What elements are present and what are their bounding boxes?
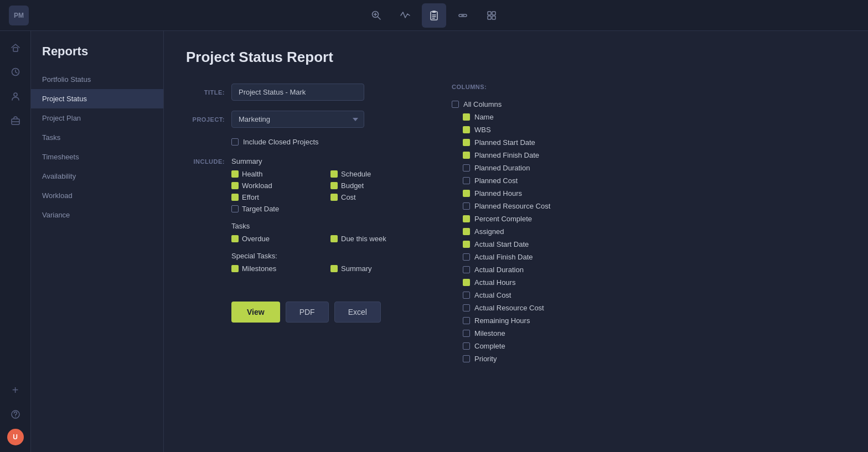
all-columns-checkbox[interactable]	[452, 101, 459, 108]
col-planned-hours: Planned Hours	[452, 187, 841, 200]
planned-cost-checkbox[interactable]	[463, 177, 470, 184]
include-cost: Cost	[330, 193, 418, 201]
title-label: TITLE:	[186, 89, 225, 96]
target-date-checkbox[interactable]	[231, 205, 239, 212]
actual-hours-checkbox[interactable]	[463, 279, 470, 286]
priority-checkbox[interactable]	[463, 355, 470, 362]
workload-checkbox[interactable]	[231, 182, 239, 189]
include-milestones: Milestones	[231, 264, 319, 273]
actual-duration-checkbox[interactable]	[463, 266, 470, 273]
help-icon[interactable]	[6, 404, 25, 424]
col-actual-duration: Actual Duration	[452, 263, 841, 276]
actual-finish-date-checkbox[interactable]	[463, 253, 470, 261]
include-overdue: Overdue	[231, 235, 319, 243]
schedule-checkbox[interactable]	[330, 170, 338, 178]
sidebar-item-portfolio-status[interactable]: Portfolio Status	[31, 70, 163, 89]
cost-checkbox[interactable]	[330, 194, 338, 201]
include-section: INCLUDE: Summary Health	[186, 157, 418, 282]
health-checkbox[interactable]	[231, 170, 239, 178]
planned-finish-date-checkbox[interactable]	[463, 152, 470, 159]
link-icon[interactable]	[451, 3, 475, 28]
col-priority: Priority	[452, 352, 841, 365]
effort-checkbox[interactable]	[231, 194, 239, 201]
project-select[interactable]: Marketing Development Design Operations	[231, 111, 364, 128]
col-planned-duration: Planned Duration	[452, 162, 841, 174]
sidebar-item-project-plan[interactable]: Project Plan	[31, 108, 163, 128]
clipboard-icon[interactable]	[422, 3, 446, 28]
col-planned-start-date: Planned Start Date	[452, 136, 841, 149]
view-button[interactable]: View	[231, 302, 280, 323]
form-section: TITLE: PROJECT: Marketing Development De…	[186, 84, 846, 365]
svg-rect-11	[492, 16, 495, 19]
excel-button[interactable]: Excel	[334, 302, 381, 323]
include-due-this-week: Due this week	[330, 235, 418, 243]
project-row: PROJECT: Marketing Development Design Op…	[186, 111, 418, 128]
col-actual-hours: Actual Hours	[452, 276, 841, 289]
col-actual-start-date: Actual Start Date	[452, 238, 841, 251]
remaining-hours-checkbox[interactable]	[463, 317, 470, 324]
assigned-checkbox[interactable]	[463, 228, 470, 235]
milestones-checkbox[interactable]	[231, 265, 239, 272]
user-avatar[interactable]: U	[7, 429, 24, 445]
layout-icon[interactable]	[479, 3, 504, 28]
clock-icon[interactable]	[6, 62, 25, 82]
form-left: TITLE: PROJECT: Marketing Development De…	[186, 84, 418, 323]
sidebar: Reports Portfolio Status Project Status …	[31, 31, 164, 452]
special-tasks-section-title: Special Tasks:	[231, 252, 418, 260]
summary-grid: Health Schedule Workload	[231, 170, 418, 213]
sidebar-item-workload[interactable]: Workload	[31, 186, 163, 205]
overdue-checkbox[interactable]	[231, 235, 239, 242]
briefcase-icon[interactable]	[6, 111, 25, 131]
col-planned-finish-date: Planned Finish Date	[452, 149, 841, 162]
include-budget: Budget	[330, 181, 418, 190]
sidebar-item-timesheets[interactable]: Timesheets	[31, 147, 163, 167]
col-actual-cost: Actual Cost	[452, 289, 841, 302]
actual-start-date-checkbox[interactable]	[463, 241, 470, 248]
home-icon[interactable]	[6, 38, 25, 58]
percent-complete-checkbox[interactable]	[463, 215, 470, 222]
plus-icon[interactable]: +	[6, 380, 25, 400]
actual-resource-cost-checkbox[interactable]	[463, 304, 470, 311]
columns-section: COLUMNS: All Columns Name	[452, 84, 846, 365]
planned-hours-checkbox[interactable]	[463, 190, 470, 197]
complete-checkbox[interactable]	[463, 342, 470, 350]
project-label: PROJECT:	[186, 116, 225, 123]
include-workload: Workload	[231, 181, 319, 190]
name-col-checkbox[interactable]	[463, 113, 470, 121]
wbs-col-checkbox[interactable]	[463, 126, 470, 133]
content-area: Project Status Report TITLE: PROJECT: Ma…	[164, 31, 868, 452]
include-content: Summary Health Schedule	[231, 157, 418, 282]
sidebar-item-variance[interactable]: Variance	[31, 205, 163, 225]
page-title: Project Status Report	[186, 49, 846, 66]
tasks-section-title: Tasks	[231, 222, 418, 230]
include-closed-label: Include Closed Projects	[243, 138, 319, 146]
include-closed-checkbox[interactable]	[231, 138, 239, 146]
include-label-outer: INCLUDE: Summary Health	[186, 157, 418, 282]
planned-duration-checkbox[interactable]	[463, 164, 470, 172]
include-effort: Effort	[231, 193, 319, 201]
action-buttons: View PDF Excel	[231, 302, 418, 323]
activity-icon[interactable]	[393, 3, 417, 28]
budget-checkbox[interactable]	[330, 182, 338, 189]
actual-cost-checkbox[interactable]	[463, 292, 470, 299]
sidebar-item-tasks[interactable]: Tasks	[31, 128, 163, 147]
col-actual-finish-date: Actual Finish Date	[452, 251, 841, 263]
sidebar-item-availability[interactable]: Availability	[31, 167, 163, 186]
sidebar-item-project-status[interactable]: Project Status	[31, 89, 163, 108]
search-zoom-icon[interactable]	[364, 3, 389, 28]
planned-start-date-checkbox[interactable]	[463, 139, 470, 146]
col-all-columns: All Columns	[452, 98, 841, 111]
app-logo[interactable]: PM	[9, 6, 29, 25]
title-input[interactable]	[231, 84, 364, 101]
summary-special-checkbox[interactable]	[330, 265, 338, 272]
planned-resource-cost-checkbox[interactable]	[463, 202, 470, 210]
milestone-checkbox[interactable]	[463, 330, 470, 337]
topbar: PM	[0, 0, 868, 31]
main-layout: + U Reports Portfolio Status Project Sta…	[0, 31, 868, 452]
users-icon[interactable]	[6, 86, 25, 106]
due-this-week-checkbox[interactable]	[330, 235, 338, 242]
pdf-button[interactable]: PDF	[286, 302, 329, 323]
include-summary-special: Summary	[330, 264, 418, 273]
col-actual-resource-cost: Actual Resource Cost	[452, 302, 841, 314]
col-name: Name	[452, 111, 841, 123]
